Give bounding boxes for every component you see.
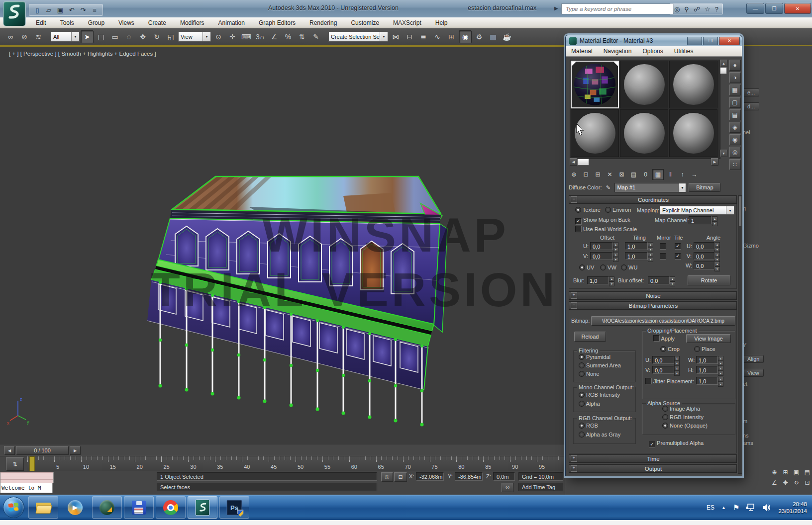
selection-lock-icon[interactable]: ⚿: [381, 472, 393, 482]
view-image-button[interactable]: View Image: [686, 334, 731, 343]
start-button[interactable]: [3, 497, 24, 518]
spinner[interactable]: ▲▼: [718, 366, 723, 374]
vw-radio[interactable]: [600, 264, 606, 270]
image-alpha-radio[interactable]: [662, 406, 668, 412]
new-file-icon[interactable]: ▯: [32, 5, 42, 14]
tray-expand-icon[interactable]: ▲: [721, 505, 726, 510]
scroll-right-icon[interactable]: ▶: [711, 158, 718, 166]
tiling-v-field[interactable]: 1,0: [625, 252, 648, 260]
blur-field[interactable]: 1,0: [587, 276, 609, 284]
zoom-icon[interactable]: ⊕: [769, 467, 780, 477]
menu-item[interactable]: Rendering: [303, 19, 344, 26]
slots-horizontal-scrollbar[interactable]: ◀ ▶: [570, 159, 718, 165]
command-panel-fragment[interactable]: Y: [743, 342, 746, 348]
map-name-dropdown[interactable]: Map #1 ▼: [614, 183, 686, 192]
network-icon[interactable]: [746, 504, 755, 512]
go-to-parent-icon[interactable]: ↑: [677, 170, 688, 179]
rotate-button[interactable]: Rotate: [688, 275, 730, 285]
rgb-radio[interactable]: [579, 423, 585, 429]
search-icon[interactable]: ◎: [674, 5, 680, 13]
taskbar-media-player-button[interactable]: ▶: [60, 496, 90, 519]
search-input[interactable]: [565, 5, 670, 12]
menu-item[interactable]: Utilities: [669, 48, 699, 55]
y-coordinate-field[interactable]: -86,854m: [455, 472, 483, 481]
uv-radio[interactable]: [579, 264, 585, 270]
bitmap-path-button[interactable]: \ROCA\estacion\estacion casa\stacion\DAR…: [591, 316, 735, 326]
maximize-viewport-toggle-icon[interactable]: ⊡: [802, 478, 812, 488]
keyboard-shortcut-override-icon[interactable]: ⌨: [240, 30, 253, 43]
crop-radio[interactable]: [660, 346, 666, 352]
scene-3d-model[interactable]: WINSNAP TRIAL VERSION x y z: [0, 47, 565, 444]
mirror-u-checkbox[interactable]: [660, 243, 666, 250]
material-sample-slot[interactable]: [669, 61, 717, 108]
time-slider[interactable]: 0 / 100: [16, 446, 69, 455]
zoom-extents-all-icon[interactable]: ▤: [802, 467, 812, 477]
spinner[interactable]: ▲▼: [670, 276, 675, 284]
crop-h-field[interactable]: 1,0: [696, 366, 718, 374]
none-filtering-radio[interactable]: [579, 371, 585, 377]
absolute-mode-icon[interactable]: ⊡: [394, 472, 407, 482]
reset-map-icon[interactable]: ✕: [605, 170, 615, 179]
tile-u-checkbox[interactable]: ✓: [675, 243, 681, 250]
offset-u-field[interactable]: 0,0: [590, 242, 613, 250]
mapping-dropdown[interactable]: Explicit Map Channel▼: [660, 206, 734, 215]
taskbar-3dsmax-button[interactable]: [188, 496, 217, 519]
show-map-in-viewport-icon[interactable]: ▦: [652, 169, 664, 180]
sample-uv-tiling-icon[interactable]: ▢: [729, 97, 741, 108]
jitter-placement-checkbox[interactable]: [645, 378, 652, 384]
expand-icon[interactable]: +: [571, 455, 577, 462]
menu-item[interactable]: Views: [111, 19, 141, 26]
speaker-icon[interactable]: [762, 504, 771, 512]
graph-editors-icon[interactable]: ∿: [431, 30, 444, 43]
spinner[interactable]: ▲▼: [714, 242, 720, 250]
time-tag-icon[interactable]: ⊙: [502, 483, 513, 492]
collapse-icon[interactable]: −: [571, 302, 577, 309]
command-panel-fragment[interactable]: et: [743, 381, 747, 387]
lasso-selection-region-icon[interactable]: ◌: [122, 30, 135, 43]
material-sample-slot-active[interactable]: [571, 61, 619, 108]
spinner[interactable]: ▲▼: [674, 366, 680, 374]
open-mini-curve-editor-icon[interactable]: ⇅: [6, 457, 24, 471]
material-editor-options-icon[interactable]: ◉: [729, 134, 741, 145]
material-sample-slot[interactable]: [620, 61, 668, 108]
menu-item[interactable]: Animation: [211, 19, 252, 26]
use-pivot-point-center-icon[interactable]: ⊙: [212, 30, 225, 43]
command-panel-fragment[interactable]: ams: [743, 440, 753, 446]
taskbar-photoshop-button[interactable]: Ps: [219, 496, 249, 519]
spinner[interactable]: ▲▼: [712, 216, 717, 224]
maximize-button[interactable]: ❐: [765, 3, 783, 14]
field-of-view-icon[interactable]: ∠: [769, 478, 780, 488]
coordinates-rollout-header[interactable]: − Coordinates: [569, 195, 737, 204]
command-panel-fragment[interactable]: nel: [743, 129, 750, 135]
chevron-down-icon[interactable]: ▼: [71, 32, 79, 41]
material-id-channel-icon[interactable]: 0: [640, 170, 651, 179]
show-end-result-icon[interactable]: ‖: [665, 170, 676, 179]
none-opaque-radio[interactable]: [662, 423, 668, 429]
command-panel-fragment[interactable]: e...: [743, 88, 759, 96]
command-panel-fragment[interactable]: Align: [743, 355, 764, 363]
texture-radio[interactable]: [575, 207, 581, 213]
menu-item[interactable]: Modifiers: [173, 19, 211, 26]
expand-icon[interactable]: +: [571, 292, 577, 299]
place-radio[interactable]: [694, 346, 700, 352]
spinner[interactable]: ▲▼: [718, 377, 723, 385]
spinner[interactable]: ▲▼: [674, 356, 680, 364]
spinner[interactable]: ▲▼: [714, 252, 720, 260]
menu-item[interactable]: Edit: [29, 19, 53, 26]
clock[interactable]: 20:48 23/01/2014: [778, 501, 807, 515]
menu-item[interactable]: Tools: [53, 19, 81, 26]
angle-u-field[interactable]: 0,0: [694, 242, 714, 250]
select-object-icon[interactable]: ➤: [81, 30, 94, 43]
undo-icon[interactable]: ↶: [67, 5, 77, 14]
sample-type-icon[interactable]: ●: [729, 60, 741, 71]
spinner[interactable]: ▲▼: [714, 262, 720, 269]
angle-v-field[interactable]: 0,0: [694, 252, 714, 260]
select-and-manipulate-icon[interactable]: ✛: [226, 30, 239, 43]
select-by-material-icon[interactable]: ◎: [729, 147, 741, 158]
zoom-extents-icon[interactable]: ▣: [791, 467, 802, 477]
select-and-link-icon[interactable]: ∞: [4, 30, 17, 43]
offset-v-field[interactable]: 0,0: [590, 252, 613, 260]
chevron-down-icon[interactable]: ▼: [203, 32, 210, 41]
snaps-toggle-3d-icon[interactable]: 3∩: [254, 30, 267, 43]
application-menu-button[interactable]: [3, 1, 26, 26]
